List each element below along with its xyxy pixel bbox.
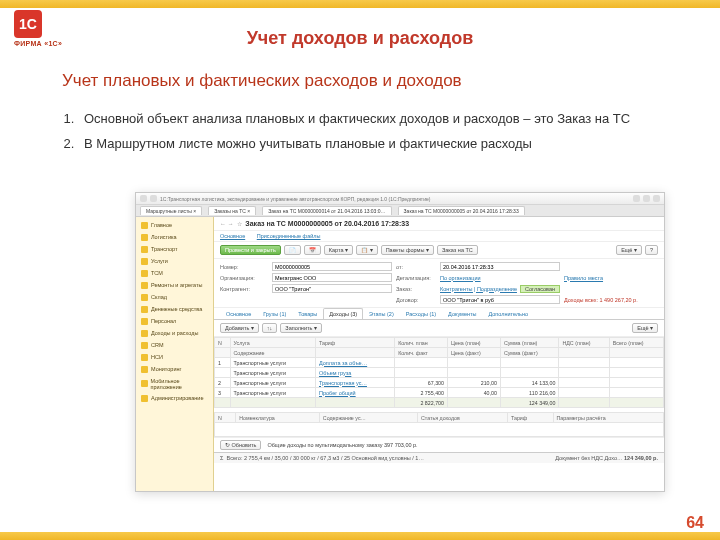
app-screenshot: 1С:Транспортная логистика, экспедировани…: [135, 192, 665, 492]
window-title: 1С:Транспортная логистика, экспедировани…: [160, 196, 630, 202]
org-field[interactable]: [272, 273, 392, 282]
toolbar-btn[interactable]: 📅: [304, 245, 321, 255]
save-close-button[interactable]: Провести и закрыть: [220, 245, 281, 255]
order-button[interactable]: Заказ на ТС: [437, 245, 478, 255]
sidebar-item[interactable]: Главное: [136, 219, 213, 231]
sidebar-item[interactable]: Транспорт: [136, 243, 213, 255]
multimodal-total: Общие доходы по мультимодальному заказу …: [267, 442, 417, 448]
doc-sum: Доходы всех: 1 490 267,20 р.: [564, 297, 658, 303]
open-tabs[interactable]: Маршрутные листы × Заказы на ТС × Заказ …: [136, 205, 664, 217]
toolbar-btn[interactable]: 📄: [284, 245, 301, 255]
packages-button[interactable]: Пакеты формы ▾: [381, 245, 434, 255]
itab-6[interactable]: Документы: [442, 308, 482, 319]
itab-3[interactable]: Доходы (3): [323, 308, 363, 319]
contragent-field[interactable]: [272, 284, 392, 293]
sidebar-item[interactable]: Услуги: [136, 255, 213, 267]
logo: 1C ФИРМА «1С»: [14, 10, 62, 47]
footer-bar: Σ Всего: 2 755,4 км / 35,00 / 30 000 кг …: [214, 452, 664, 463]
tab-4[interactable]: Заказ на ТС М0000000005 от 20.04.2016 17…: [398, 206, 525, 215]
slide-subtitle: Учет плановых и фактических расходов и д…: [62, 71, 720, 91]
sidebar-item[interactable]: Персонал: [136, 315, 213, 327]
tab-2[interactable]: Заказы на ТС ×: [208, 206, 256, 215]
page-title: Заказ на ТС М0000000005 от 20.04.2016 17…: [245, 220, 409, 227]
sidebar-item[interactable]: Мобильное приложение: [136, 375, 213, 392]
itab-1[interactable]: Грузы (1): [257, 308, 292, 319]
bullet-2: В Маршрутном листе можно учитывать плано…: [78, 132, 680, 157]
sub-files[interactable]: Присоединенные файлы: [257, 233, 321, 239]
more-button[interactable]: Ещё ▾: [616, 245, 642, 255]
table-row: 1Транспортные услугиДоплата за объе…: [215, 358, 664, 368]
detail-link[interactable]: По организации: [440, 275, 560, 281]
sub-main[interactable]: Основное: [220, 233, 245, 239]
toolbar-btn[interactable]: 📋 ▾: [356, 245, 378, 255]
income-grid[interactable]: NУслугаТариф Колич. планЦена (план)Сумма…: [214, 337, 664, 408]
itab-4[interactable]: Этапы (2): [363, 308, 400, 319]
bullet-1: Основной объект анализа плановых и факти…: [78, 107, 680, 132]
route-link[interactable]: Правило места: [564, 275, 658, 281]
help-button[interactable]: ?: [645, 245, 658, 255]
logo-mark: 1C: [14, 10, 42, 38]
status-badge: Согласован: [520, 285, 560, 293]
itab-0[interactable]: Основное: [220, 308, 257, 319]
itab-2[interactable]: Товары: [292, 308, 323, 319]
sidebar-item[interactable]: CRM: [136, 339, 213, 351]
sidebar-item[interactable]: ТСМ: [136, 267, 213, 279]
dogovor-field[interactable]: [440, 295, 560, 304]
page-number: 64: [686, 514, 704, 532]
sidebar-item[interactable]: Логистика: [136, 231, 213, 243]
tab-3[interactable]: Заказ на ТС М0000000014 от 21.04.2016 13…: [262, 206, 391, 215]
tab-1[interactable]: Маршрутные листы ×: [140, 206, 202, 215]
logo-text: ФИРМА «1С»: [14, 40, 62, 47]
window-titlebar: 1С:Транспортная логистика, экспедировани…: [136, 193, 664, 205]
form-header: Номер: от: Организация: Детализация: По …: [214, 259, 664, 308]
number-field[interactable]: [272, 262, 392, 271]
slide-title: Учет доходов и расходов: [0, 28, 720, 49]
breadcrumb: ← → ☆ Заказ на ТС М0000000005 от 20.04.2…: [214, 217, 664, 231]
sidebar-item[interactable]: Мониторинг: [136, 363, 213, 375]
itab-5[interactable]: Расходы (1): [400, 308, 442, 319]
sidebar-item[interactable]: Денежные средства: [136, 303, 213, 315]
secondary-grid[interactable]: NНоменклатураСодержание ус… Статья доход…: [214, 412, 664, 437]
table-total: 2 822,700124 349,00: [215, 398, 664, 408]
sidebar: Главное Логистика Транспорт Услуги ТСМ Р…: [136, 217, 214, 491]
main-toolbar: Провести и закрыть 📄 📅 Карта ▾ 📋 ▾ Пакет…: [214, 242, 664, 259]
sidebar-item[interactable]: Склад: [136, 291, 213, 303]
sub-toolbar: Добавить ▾ ↑↓ Заполнить ▾ Ещё ▾: [214, 320, 664, 337]
sidebar-item[interactable]: Доходы и расходы: [136, 327, 213, 339]
itab-7[interactable]: Дополнительно: [482, 308, 534, 319]
add-button[interactable]: Добавить ▾: [220, 323, 259, 333]
sub-links: Основное Присоединенные файлы: [214, 231, 664, 242]
date-field[interactable]: [440, 262, 560, 271]
sidebar-item[interactable]: Ремонты и агрегаты: [136, 279, 213, 291]
more-button-2[interactable]: Ещё ▾: [632, 323, 658, 333]
fill-button[interactable]: Заполнить ▾: [280, 323, 322, 333]
table-row: Транспортные услугиОбъем груза: [215, 368, 664, 378]
sidebar-item[interactable]: Администрирование: [136, 392, 213, 404]
map-button[interactable]: Карта ▾: [324, 245, 353, 255]
refresh-button[interactable]: ↻ Обновить: [220, 440, 261, 450]
bullet-list: Основной объект анализа плановых и факти…: [48, 107, 720, 156]
footer-left: Σ Всего: 2 755,4 км / 35,00 / 30 000 кг …: [220, 455, 424, 461]
tool-button[interactable]: ↑↓: [262, 323, 278, 333]
table-row: 2Транспортные услугиТранспортная ус…67,3…: [215, 378, 664, 388]
inner-tabs: Основное Грузы (1) Товары Доходы (3) Эта…: [214, 308, 664, 320]
table-row: 3Транспортные услугиПробег общий2 755,40…: [215, 388, 664, 398]
sidebar-item[interactable]: НСИ: [136, 351, 213, 363]
